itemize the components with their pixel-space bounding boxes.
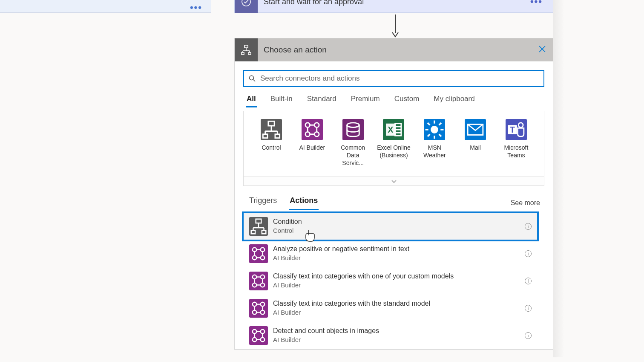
svg-point-21 xyxy=(314,123,319,127)
tab-triggers[interactable]: Triggers xyxy=(249,196,277,210)
svg-point-80 xyxy=(261,329,264,333)
action-title: Condition xyxy=(273,217,525,226)
action-subtitle: AI Builder xyxy=(273,336,525,344)
connector-ai-builder[interactable]: AI Builder xyxy=(295,119,330,167)
svg-point-57 xyxy=(253,255,256,259)
ai-icon xyxy=(249,326,268,345)
svg-point-73 xyxy=(253,310,256,314)
approval-menu-icon[interactable]: ••• xyxy=(530,0,553,7)
action-subtitle: AI Builder xyxy=(273,281,525,290)
approval-icon xyxy=(235,0,258,13)
filter-tab-custom[interactable]: Custom xyxy=(394,95,420,107)
connector-mail[interactable]: Mail xyxy=(458,119,493,167)
svg-point-55 xyxy=(253,247,256,251)
choose-action-title: Choose an action xyxy=(258,45,538,55)
svg-point-81 xyxy=(253,337,256,341)
connector-common-data-servic-[interactable]: Common Data Servic... xyxy=(336,119,371,167)
connector-label: AI Builder xyxy=(299,144,325,151)
connector-label: Microsoft Teams xyxy=(499,144,534,159)
svg-rect-34 xyxy=(395,133,401,136)
left-card-menu-icon[interactable]: ••• xyxy=(190,2,202,13)
svg-line-41 xyxy=(439,134,441,136)
action-item[interactable]: Classify text into categories with one o… xyxy=(243,267,538,295)
svg-point-0 xyxy=(242,0,250,6)
flow-arrow-icon xyxy=(391,14,400,38)
svg-point-22 xyxy=(305,132,310,136)
action-text: Analyze positive or negative sentiment i… xyxy=(273,245,525,262)
connector-label: MSN Weather xyxy=(417,144,452,159)
action-title: Analyze positive or negative sentiment i… xyxy=(273,245,525,254)
svg-text:T: T xyxy=(510,125,515,134)
svg-rect-19 xyxy=(275,134,280,138)
close-icon xyxy=(538,45,546,53)
action-text: Detect and count objects in imagesAI Bui… xyxy=(273,327,525,344)
weather-icon xyxy=(424,119,445,140)
action-subtitle: Control xyxy=(273,226,525,235)
choose-action-header-icon xyxy=(235,38,258,61)
svg-point-65 xyxy=(253,283,256,287)
close-button[interactable] xyxy=(538,45,553,55)
svg-point-20 xyxy=(305,123,310,127)
mail-icon xyxy=(465,119,486,140)
svg-point-82 xyxy=(261,337,264,341)
info-icon[interactable]: i xyxy=(525,278,532,284)
svg-point-71 xyxy=(253,302,256,306)
ai-icon xyxy=(249,272,268,290)
expand-connectors-button[interactable] xyxy=(243,177,544,186)
filter-tab-my-clipboard[interactable]: My clipboard xyxy=(434,95,474,107)
see-more-link[interactable]: See more xyxy=(511,199,540,207)
action-item[interactable]: Analyze positive or negative sentiment i… xyxy=(243,240,538,267)
action-list: ConditionControliAnalyze positive or neg… xyxy=(243,213,544,349)
connector-label: Excel Online (Business) xyxy=(376,144,411,159)
svg-point-58 xyxy=(261,255,264,259)
info-icon[interactable]: i xyxy=(525,305,532,312)
connector-control[interactable]: Control xyxy=(254,119,289,167)
panel-right-shadow xyxy=(553,0,564,357)
action-item[interactable]: Classify text into categories with the s… xyxy=(243,295,538,322)
connector-excel-online-business-[interactable]: XExcel Online (Business) xyxy=(376,119,411,167)
cds-icon xyxy=(342,119,364,140)
filter-tab-all[interactable]: All xyxy=(247,95,256,107)
filter-tab-premium[interactable]: Premium xyxy=(351,95,380,107)
control-icon xyxy=(261,119,282,140)
search-input[interactable] xyxy=(260,74,539,83)
info-icon[interactable]: i xyxy=(525,332,532,339)
svg-point-79 xyxy=(253,329,256,333)
svg-line-42 xyxy=(428,134,430,136)
action-item[interactable]: ConditionControli xyxy=(243,213,538,240)
action-title: Classify text into categories with one o… xyxy=(273,272,525,281)
svg-rect-8 xyxy=(248,52,251,55)
connector-label: Common Data Servic... xyxy=(336,144,371,167)
connector-microsoft-teams[interactable]: TMicrosoft Teams xyxy=(499,119,534,167)
svg-point-72 xyxy=(261,302,264,306)
action-title: Classify text into categories with the s… xyxy=(273,299,525,308)
connector-msn-weather[interactable]: MSN Weather xyxy=(417,119,452,167)
svg-rect-53 xyxy=(251,230,255,234)
action-text: Classify text into categories with one o… xyxy=(273,272,525,289)
approval-step-title: Start and wait for an approval xyxy=(258,0,530,6)
action-item[interactable]: Detect and count objects in imagesAI Bui… xyxy=(243,322,538,349)
info-icon[interactable]: i xyxy=(525,250,532,257)
triggers-actions-row: TriggersActions See more xyxy=(235,186,553,210)
filter-tab-built-in[interactable]: Built-in xyxy=(270,95,293,107)
action-subtitle: AI Builder xyxy=(273,254,525,262)
ai-icon xyxy=(249,299,268,318)
svg-point-23 xyxy=(314,132,319,136)
connector-label: Control xyxy=(262,144,281,151)
svg-point-64 xyxy=(261,275,264,278)
svg-line-43 xyxy=(439,123,441,125)
excel-icon: X xyxy=(383,119,404,140)
svg-rect-2 xyxy=(244,45,248,48)
svg-point-63 xyxy=(253,275,256,278)
search-box[interactable] xyxy=(243,70,544,87)
filter-tab-standard[interactable]: Standard xyxy=(307,95,336,107)
info-icon[interactable]: i xyxy=(525,223,532,230)
svg-text:X: X xyxy=(388,125,394,134)
svg-rect-54 xyxy=(262,230,266,234)
svg-point-74 xyxy=(261,310,264,314)
svg-rect-18 xyxy=(263,134,267,138)
svg-point-35 xyxy=(431,126,438,133)
svg-point-47 xyxy=(518,123,523,127)
approval-step-card[interactable]: Start and wait for an approval ••• xyxy=(234,0,553,13)
tab-actions[interactable]: Actions xyxy=(290,196,318,210)
